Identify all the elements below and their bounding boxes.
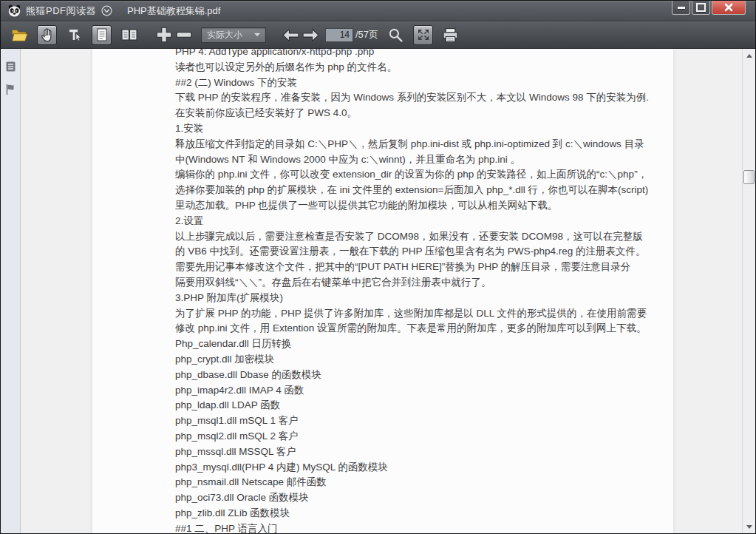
scroll-up-button[interactable] bbox=[743, 50, 755, 61]
text-line: PHP 4: AddType application/x-httpd-php .… bbox=[175, 49, 658, 60]
document-canvas[interactable]: PHP 4: AddType application/x-httpd-php .… bbox=[21, 49, 742, 533]
pdf-page[interactable]: PHP 4: AddType application/x-httpd-php .… bbox=[92, 49, 673, 533]
app-menu-chevron-icon[interactable] bbox=[101, 5, 112, 16]
text-line: php_mssql.dll MSSQL 客户 bbox=[175, 445, 658, 460]
text-line: 中(Windows NT 和 Windows 2000 中应为 c:＼winnt… bbox=[175, 152, 658, 168]
document-title: PHP基础教程集锦.pdf bbox=[127, 4, 220, 18]
close-button[interactable] bbox=[712, 1, 746, 15]
hand-icon bbox=[40, 27, 54, 43]
folder-open-icon bbox=[11, 28, 28, 42]
text-line: 3.PHP 附加库(扩展模块) bbox=[175, 291, 658, 306]
maximize-button[interactable] bbox=[692, 1, 710, 15]
page-number-input[interactable] bbox=[325, 28, 353, 42]
scroll-down-button[interactable] bbox=[743, 521, 755, 532]
print-button[interactable] bbox=[440, 25, 460, 45]
minimize-button[interactable] bbox=[672, 1, 690, 15]
titlebar: 熊猫PDF阅读器 PHP基础教程集锦.pdf bbox=[1, 1, 755, 21]
minimize-icon bbox=[678, 7, 685, 9]
vertical-scrollbar[interactable] bbox=[742, 49, 755, 533]
previous-page-button[interactable] bbox=[281, 25, 301, 45]
fit-screen-icon bbox=[417, 28, 430, 41]
plus-icon bbox=[155, 26, 173, 44]
text-line: 选择你要加装的 php 的扩展模块，在 ini 文件里的 extension=后… bbox=[175, 183, 658, 198]
next-page-button[interactable] bbox=[301, 25, 321, 45]
text-line: 1.安装 bbox=[175, 121, 658, 137]
text-line: 修改 php.ini 文件，用 Extention 设置所需的附加库。下表是常用… bbox=[175, 321, 658, 337]
page-text: PHP 4: AddType application/x-httpd-php .… bbox=[175, 49, 658, 533]
text-line: php_oci73.dll Oracle 函数模块 bbox=[175, 490, 658, 506]
text-line: 释放压缩文件到指定的目录如 C:＼PHP＼，然后复制 php.ini-dist … bbox=[175, 137, 658, 152]
text-line: php_zlib.dll ZLib 函数模块 bbox=[175, 506, 658, 521]
page-total-label: /57页 bbox=[355, 28, 378, 41]
toolbar: 实际大小 /57页 bbox=[1, 21, 755, 49]
maximize-icon bbox=[696, 3, 706, 12]
text-line: ##1 二、PHP 语言入门 bbox=[175, 521, 658, 533]
text-line: 以上步骤完成以后，需要注意检查是否安装了 DCOM98，如果没有，还要安装 DC… bbox=[175, 229, 658, 245]
text-line: php_nsmail.dll Netscape 邮件函数 bbox=[175, 475, 658, 490]
triangle-down-icon bbox=[746, 525, 752, 529]
text-line: php_msql2.dll mSQL 2 客户 bbox=[175, 429, 658, 445]
zoom-in-button[interactable] bbox=[154, 25, 174, 45]
text-line: php_dbase.dll Dbase 的函数模块 bbox=[175, 368, 658, 383]
panda-logo-icon bbox=[8, 4, 21, 17]
search-icon bbox=[388, 27, 403, 43]
text-line: php_crypt.dll 加密模块 bbox=[175, 352, 658, 368]
pdf-reader-window: 熊猫PDF阅读器 PHP基础教程集锦.pdf bbox=[0, 0, 756, 534]
text-line: 隔要用双斜线“＼＼”。存盘后在右键菜单中把它合并到注册表中就行了。 bbox=[175, 275, 658, 291]
search-button[interactable] bbox=[386, 25, 406, 45]
text-line: 读者也可以设定另外的后缀名作为 php 的文件名。 bbox=[175, 60, 658, 75]
content-area: PHP 4: AddType application/x-httpd-php .… bbox=[1, 49, 755, 533]
fit-screen-button[interactable] bbox=[413, 25, 433, 45]
close-icon bbox=[724, 3, 733, 12]
text-select-tool-button[interactable] bbox=[64, 25, 84, 45]
text-line: Php_calendar.dll 日历转换 bbox=[175, 337, 658, 352]
chevron-down-icon bbox=[254, 33, 260, 36]
text-line: php_msql1.dll mSQL 1 客户 bbox=[175, 413, 658, 429]
zoom-out-button[interactable] bbox=[174, 25, 194, 45]
text-line: 下载 PHP 的安装程序，准备安装，因为 Windows 系列的安装区别不大，本… bbox=[175, 90, 658, 106]
text-line: 需要先用记事本修改这个文件，把其中的“[PUT PATH HERE]”替换为 P… bbox=[175, 260, 658, 275]
scrollbar-thumb[interactable] bbox=[743, 170, 755, 184]
single-page-view-button[interactable] bbox=[92, 25, 112, 45]
text-line: 为了扩展 PHP 的功能，PHP 提供了许多附加库，这些附加库都是以 DLL 文… bbox=[175, 306, 658, 322]
zoom-level-select[interactable]: 实际大小 bbox=[201, 27, 266, 43]
open-file-button[interactable] bbox=[10, 25, 30, 45]
window-controls bbox=[672, 1, 746, 15]
zoom-level-value: 实际大小 bbox=[207, 29, 242, 41]
two-page-view-button[interactable] bbox=[119, 25, 139, 45]
arrow-left-icon bbox=[282, 28, 300, 42]
app-title: 熊猫PDF阅读器 bbox=[26, 4, 96, 18]
arrow-right-icon bbox=[302, 28, 320, 42]
triangle-up-icon bbox=[746, 54, 752, 58]
minus-icon bbox=[175, 26, 193, 44]
text-line: php_ldap.dll LDAP 函数 bbox=[175, 398, 658, 413]
text-line: 里动态加载。PHP 也提供了一些可以提供其它功能的附加模块，可以从相关网站下载。 bbox=[175, 198, 658, 214]
text-line: 在安装前你应该已经安装好了 PWS 4.0。 bbox=[175, 106, 658, 121]
two-page-icon bbox=[120, 27, 138, 42]
text-line: 编辑你的 php.ini 文件，你可以改变 extension_dir 的设置为… bbox=[175, 167, 658, 183]
text-cursor-icon bbox=[67, 27, 82, 42]
text-line: 的 VB6 中找到。还需要设置注册表，一般在下载的 PHP 压缩包里含有名为 P… bbox=[175, 244, 658, 260]
text-line: 2.设置 bbox=[175, 214, 658, 229]
single-page-icon bbox=[95, 27, 109, 42]
hand-tool-button[interactable] bbox=[37, 25, 57, 45]
navigation-sidebar bbox=[1, 49, 21, 533]
text-line: php3_mysql.dll(PHP 4 内建) MySQL 的函数模块 bbox=[175, 460, 658, 476]
outline-panel-icon[interactable] bbox=[5, 61, 16, 72]
flag-panel-icon[interactable] bbox=[5, 84, 16, 95]
printer-icon bbox=[442, 27, 459, 43]
text-line: php_imap4r2.dll IMAP 4 函数 bbox=[175, 383, 658, 399]
text-line: ##2 (二) Windows 下的安装 bbox=[175, 75, 658, 91]
